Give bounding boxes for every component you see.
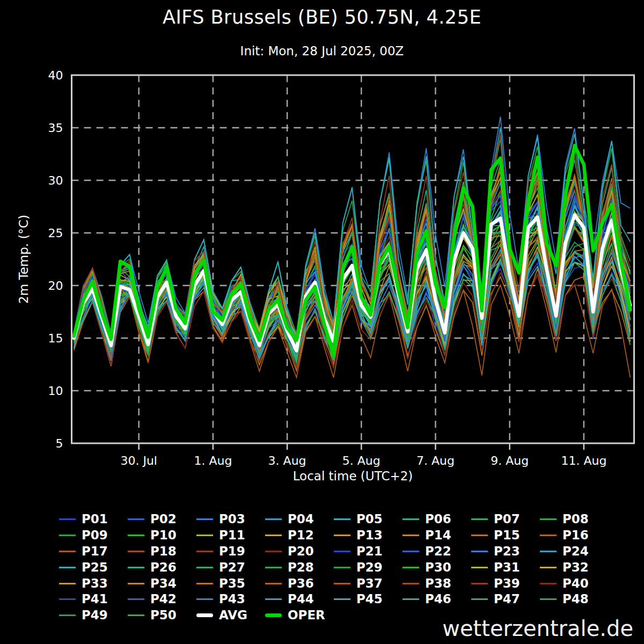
legend-swatch-p47 <box>471 598 488 600</box>
x-tick-label-7Aug: 7. Aug <box>416 454 455 467</box>
legend-item-p16: P16 <box>536 528 604 544</box>
legend-item-p13: P13 <box>330 528 398 544</box>
legend-item-p40: P40 <box>536 575 604 591</box>
legend-swatch-p46 <box>402 598 419 600</box>
legend-item-p18: P18 <box>123 544 192 560</box>
legend-swatch-p31 <box>471 567 488 568</box>
legend-swatch-p35 <box>196 583 213 584</box>
legend-label-p42: P42 <box>150 593 177 605</box>
legend-label-p35: P35 <box>219 577 245 590</box>
chart-legend: P01P02P03P04P05P06P07P08P09P10P11P12P13P… <box>55 511 604 624</box>
legend-item-oper: OPER <box>261 608 330 624</box>
legend-item-p33: P33 <box>55 575 123 591</box>
legend-item-p06: P06 <box>398 511 467 528</box>
legend-item-p14: P14 <box>398 528 467 544</box>
legend-label-p46: P46 <box>425 593 451 605</box>
legend-swatch-p30 <box>402 567 419 568</box>
x-tick-label-1Aug: 1. Aug <box>194 454 232 467</box>
legend-swatch-p13 <box>334 535 350 536</box>
y-tick-label-10: 10 <box>48 384 63 398</box>
legend-swatch-p23 <box>471 551 488 552</box>
legend-swatch-p37 <box>334 583 350 584</box>
legend-label-p25: P25 <box>82 561 108 574</box>
legend-item-p22: P22 <box>398 544 467 560</box>
legend-swatch-p20 <box>265 551 282 552</box>
legend-item-p10: P10 <box>123 528 192 544</box>
legend-label-p10: P10 <box>150 529 177 541</box>
legend-label-p38: P38 <box>425 577 451 590</box>
legend-swatch-p29 <box>334 567 350 568</box>
legend-label-p34: P34 <box>150 577 177 590</box>
legend-label-avg: AVG <box>219 609 247 621</box>
legend-label-p24: P24 <box>562 545 589 558</box>
legend-label-p16: P16 <box>562 529 589 541</box>
legend-item-p27: P27 <box>192 559 261 575</box>
legend-swatch-p12 <box>265 535 282 536</box>
legend-label-p32: P32 <box>562 561 589 574</box>
legend-item-p08: P08 <box>536 511 604 528</box>
y-tick-label-35: 35 <box>48 121 63 135</box>
legend-item-p44: P44 <box>261 591 330 608</box>
legend-item-p02: P02 <box>123 511 192 528</box>
legend-label-p31: P31 <box>494 561 520 574</box>
legend-label-p05: P05 <box>356 513 383 525</box>
legend-swatch-p44 <box>265 598 282 600</box>
legend-item-p23: P23 <box>467 544 536 560</box>
legend-swatch-p16 <box>540 535 557 536</box>
legend-swatch-p38 <box>402 583 419 584</box>
legend-item-p15: P15 <box>467 528 536 544</box>
legend-swatch-p09 <box>59 535 76 536</box>
legend-item-p41: P41 <box>55 591 123 608</box>
legend-item-p50: P50 <box>123 608 192 624</box>
legend-swatch-p24 <box>540 551 557 552</box>
legend-item-p43: P43 <box>192 591 261 608</box>
legend-label-p47: P47 <box>494 593 520 605</box>
legend-label-p20: P20 <box>288 545 314 558</box>
legend-label-p33: P33 <box>82 577 108 590</box>
legend-swatch-p19 <box>196 551 213 552</box>
watermark: wetterzentrale.de <box>442 616 633 641</box>
legend-item-avg: AVG <box>192 608 261 624</box>
legend-swatch-p40 <box>540 583 557 584</box>
legend-label-p21: P21 <box>356 545 383 558</box>
legend-swatch-p11 <box>196 535 213 536</box>
legend-swatch-p05 <box>334 518 350 520</box>
meteogram-page: AIFS Brussels (BE) 50.75N, 4.25E Init: M… <box>0 0 644 644</box>
legend-item-p49: P49 <box>55 608 123 624</box>
legend-swatch-p39 <box>471 583 488 584</box>
legend-item-p36: P36 <box>261 575 330 591</box>
legend-swatch-p07 <box>471 518 488 520</box>
legend-label-p40: P40 <box>562 577 589 590</box>
legend-label-p26: P26 <box>150 561 177 574</box>
legend-item-p26: P26 <box>123 559 192 575</box>
legend-swatch-p49 <box>59 614 76 616</box>
y-tick-label-5: 5 <box>56 437 63 450</box>
legend-label-p48: P48 <box>562 593 589 605</box>
legend-label-p27: P27 <box>219 561 245 574</box>
legend-label-p02: P02 <box>150 513 177 525</box>
legend-label-p37: P37 <box>356 577 383 590</box>
legend-swatch-p06 <box>402 518 419 520</box>
legend-swatch-oper <box>265 613 282 617</box>
legend-item-p04: P04 <box>261 511 330 528</box>
legend-item-p34: P34 <box>123 575 192 591</box>
legend-label-p22: P22 <box>425 545 451 558</box>
legend-swatch-p18 <box>128 551 144 552</box>
legend-label-p06: P06 <box>425 513 451 525</box>
legend-swatch-p41 <box>59 598 76 600</box>
legend-swatch-p04 <box>265 518 282 520</box>
legend-label-p39: P39 <box>494 577 520 590</box>
legend-swatch-p10 <box>128 535 144 536</box>
x-tick-label-30Jul: 30. Jul <box>120 454 157 467</box>
legend-swatch-p33 <box>59 583 76 584</box>
legend-item-p38: P38 <box>398 575 467 591</box>
y-tick-label-25: 25 <box>48 226 63 240</box>
legend-item-p29: P29 <box>330 559 398 575</box>
legend-label-oper: OPER <box>288 609 325 621</box>
legend-item-p28: P28 <box>261 559 330 575</box>
legend-label-p09: P09 <box>82 529 108 541</box>
x-axis-label: Local time (UTC+2) <box>71 469 634 483</box>
legend-swatch-p08 <box>540 518 557 520</box>
legend-item-p19: P19 <box>192 544 261 560</box>
legend-item-p31: P31 <box>467 559 536 575</box>
